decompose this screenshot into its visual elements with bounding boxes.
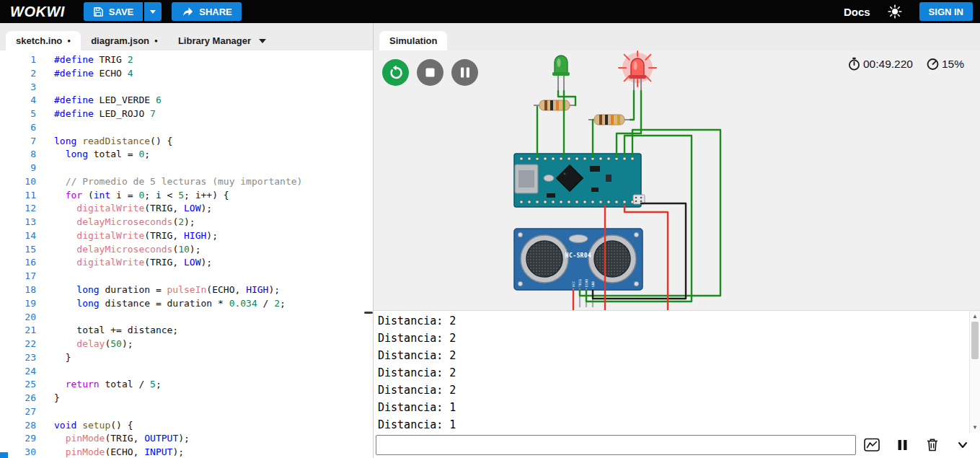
code-line: 22 delay(50);	[0, 338, 373, 351]
scrollbar-thumb[interactable]	[971, 322, 979, 359]
share-button[interactable]: SHARE	[172, 2, 242, 21]
tab-diagram-json[interactable]: diagram.json ●	[81, 31, 168, 50]
code-text: long readDistance() {	[36, 135, 172, 149]
line-number: 20	[0, 311, 36, 325]
tab-library-manager[interactable]: Library Manager	[168, 31, 276, 50]
stopwatch-icon	[847, 57, 861, 71]
code-line: 24	[0, 365, 373, 379]
tab-diagram-label: diagram.json	[91, 35, 149, 46]
code-text: long total = 0;	[36, 148, 150, 162]
resistor-1[interactable]	[534, 100, 575, 110]
tab-sketch-ino[interactable]: sketch.ino ●	[6, 31, 81, 50]
code-text	[36, 270, 54, 283]
code-line: 19 long distance = duration * 0.034 / 2;	[0, 297, 373, 311]
simulation-time: 00:49.220	[847, 57, 913, 71]
code-line: 12 digitalWrite(TRIG, LOW);	[0, 202, 373, 216]
line-number: 5	[0, 107, 36, 121]
code-text	[36, 162, 54, 175]
code-line: 14 digitalWrite(TRIG, HIGH);	[0, 229, 373, 243]
serial-line: Distancia: 1	[378, 399, 980, 416]
scroll-up-arrow-icon[interactable]: ▲	[970, 311, 980, 322]
code-text: long distance = duration * 0.034 / 2;	[36, 297, 286, 311]
serial-monitor[interactable]: Distancia: 2Distancia: 2Distancia: 2Dist…	[374, 310, 980, 433]
cpu-load: 15%	[926, 57, 964, 71]
line-number: 6	[0, 121, 36, 135]
circuit-diagram: HC-SR04 VCC TRIG ECHO GND	[374, 50, 980, 310]
code-line: 1#define TRIG 2	[0, 53, 373, 67]
save-dropdown-button[interactable]	[144, 2, 162, 21]
line-number: 11	[0, 189, 36, 203]
serial-scrollbar[interactable]: ▲ ▼	[969, 311, 980, 433]
serial-input[interactable]	[376, 435, 856, 455]
code-text: void setup() {	[36, 419, 133, 433]
line-number: 16	[0, 256, 36, 270]
code-line: 15 delayMicroseconds(10);	[0, 243, 373, 257]
scroll-down-arrow-icon[interactable]: ▼	[970, 422, 980, 433]
simulation-canvas[interactable]: HC-SR04 VCC TRIG ECHO GND	[374, 50, 980, 310]
pause-simulation-button[interactable]	[451, 59, 478, 86]
serial-output: Distancia: 2Distancia: 2Distancia: 2Dist…	[378, 312, 980, 433]
code-text: #define ECHO 4	[36, 67, 133, 81]
serial-collapse-button[interactable]	[948, 434, 977, 456]
docs-link[interactable]: Docs	[844, 6, 870, 18]
pin-label-gnd: GND	[591, 281, 595, 287]
code-text: for (int i = 0; i < 5; i++) {	[36, 189, 229, 203]
floppy-icon	[93, 6, 104, 17]
line-number: 1	[0, 53, 36, 67]
save-button[interactable]: SAVE	[84, 2, 143, 21]
chevron-down-icon	[956, 439, 969, 451]
save-button-label: SAVE	[109, 6, 133, 17]
code-text: digitalWrite(TRIG, HIGH);	[36, 229, 218, 243]
arduino-nano[interactable]	[514, 154, 645, 207]
green-led[interactable]	[552, 56, 570, 91]
code-line: 26}	[0, 392, 373, 405]
serial-clear-button[interactable]	[918, 434, 947, 456]
line-number: 7	[0, 135, 36, 149]
editor-panel: sketch.ino ● diagram.json ● Library Mana…	[0, 23, 373, 458]
tab-simulation-label: Simulation	[389, 35, 437, 46]
code-text: pinMode(ECHO, INPUT);	[36, 446, 184, 458]
gauge-icon	[926, 57, 940, 71]
red-led-lit[interactable]	[619, 51, 656, 91]
code-line: 8 long total = 0;	[0, 148, 373, 162]
code-text	[36, 311, 54, 325]
line-number: 10	[0, 175, 36, 189]
simulation-time-value: 00:49.220	[863, 58, 913, 71]
sensor-pins	[573, 289, 593, 307]
serial-line: Distancia: 2	[378, 347, 980, 364]
line-number: 28	[0, 419, 36, 433]
code-text: digitalWrite(TRIG, LOW);	[36, 202, 212, 216]
code-text: }	[36, 392, 60, 405]
serial-plotter-button[interactable]	[857, 434, 886, 456]
serial-pause-button[interactable]	[888, 434, 917, 456]
sign-in-button[interactable]: SIGN IN	[919, 2, 973, 21]
code-text: delayMicroseconds(2);	[36, 216, 195, 229]
code-text: delayMicroseconds(10);	[36, 243, 201, 257]
code-text	[36, 365, 54, 379]
line-number: 21	[0, 324, 36, 338]
stop-simulation-button[interactable]	[417, 59, 443, 86]
serial-line: Distancia: 2	[378, 330, 980, 347]
panel-resize-handle[interactable]	[364, 312, 373, 314]
share-icon	[181, 6, 194, 17]
line-number: 9	[0, 162, 36, 175]
code-line: 11 for (int i = 0; i < 5; i++) {	[0, 189, 373, 203]
code-line: 28void setup() {	[0, 419, 373, 433]
tab-simulation[interactable]: Simulation	[379, 31, 447, 50]
code-editor[interactable]: 1#define TRIG 22#define ECHO 434#define …	[0, 50, 373, 458]
restart-simulation-button[interactable]	[382, 59, 409, 86]
simulation-stats: 00:49.220 15%	[847, 57, 964, 71]
code-line: 6	[0, 121, 373, 135]
theme-toggle-sun-icon[interactable]	[888, 4, 902, 19]
resistor-2[interactable]	[588, 115, 630, 125]
pause-icon	[460, 67, 470, 78]
code-line: 27	[0, 405, 373, 419]
code-text	[36, 405, 54, 419]
code-line: 21 total += distance;	[0, 324, 373, 338]
code-line: 10 // Promedio de 5 lecturas (muy import…	[0, 175, 373, 189]
code-text: total += distance;	[36, 324, 178, 338]
stop-icon	[425, 68, 435, 77]
code-line: 30 pinMode(ECHO, INPUT);	[0, 446, 373, 458]
line-number: 17	[0, 270, 36, 283]
line-number: 25	[0, 378, 36, 392]
